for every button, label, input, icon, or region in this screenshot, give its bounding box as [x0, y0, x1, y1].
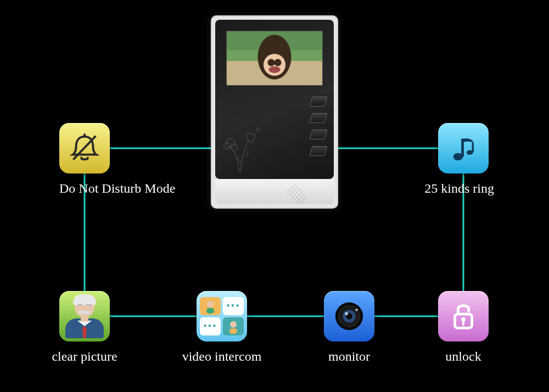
- device-button: [309, 146, 328, 156]
- svg-point-15: [207, 301, 214, 307]
- video-intercom-tile: ••• •••: [197, 291, 247, 341]
- video-chat-icon: ••• •••: [200, 297, 244, 335]
- bell-off-icon: [68, 131, 102, 165]
- diagram-canvas: Do Not Disturb Mode 25 kinds ring: [0, 0, 549, 392]
- svg-point-23: [345, 312, 348, 315]
- svg-rect-12: [461, 139, 464, 157]
- ring-label: 25 kinds ring: [424, 181, 494, 196]
- clear-picture-label: clear picture: [52, 349, 117, 364]
- device-base: [215, 179, 334, 204]
- device-button: [309, 113, 328, 123]
- lock-open-icon: [446, 299, 480, 333]
- device-button: [309, 130, 328, 139]
- device-screen: [226, 31, 323, 86]
- dnd-label: Do Not Disturb Mode: [59, 181, 202, 196]
- feature-ring: 25 kinds ring: [438, 123, 489, 173]
- video-intercom-label: video intercom: [182, 349, 262, 364]
- device-button: [309, 97, 328, 107]
- monitor-label: monitor: [328, 349, 370, 364]
- unlock-label: unlock: [445, 349, 481, 364]
- svg-rect-16: [206, 308, 214, 313]
- feature-unlock: unlock: [438, 291, 489, 341]
- feature-clear-picture: clear picture: [59, 291, 110, 341]
- feature-video-intercom: ••• ••• video intercom: [197, 291, 247, 341]
- svg-rect-14: [472, 143, 474, 152]
- music-note-icon: [446, 131, 480, 165]
- feature-dnd: Do Not Disturb Mode: [59, 123, 110, 173]
- svg-point-17: [230, 321, 237, 328]
- feature-monitor: monitor: [324, 291, 374, 341]
- svg-rect-18: [229, 328, 237, 334]
- dnd-tile: [59, 123, 110, 173]
- flower-decoration-icon: [223, 124, 267, 173]
- svg-point-24: [355, 309, 358, 311]
- device-front-panel: [215, 20, 334, 179]
- camera-lens-icon: [332, 299, 366, 333]
- monitor-tile: [324, 291, 374, 341]
- intercom-device: [211, 15, 338, 209]
- ring-tile: [438, 123, 489, 173]
- person-avatar-icon: [65, 294, 104, 338]
- clear-picture-tile: [59, 291, 110, 341]
- device-button-column: [311, 97, 326, 156]
- unlock-tile: [438, 291, 489, 341]
